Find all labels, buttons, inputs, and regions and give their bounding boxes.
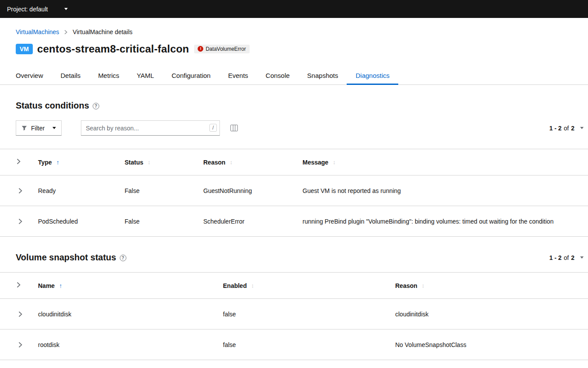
volume-snapshot-heading: Volume snapshot status ? — [16, 252, 126, 263]
vm-kind-badge: VM — [16, 44, 33, 54]
cell-enabled: false — [216, 299, 388, 329]
sort-both-icon: ↕ — [251, 282, 254, 289]
columns-icon — [230, 125, 238, 131]
cell-name: rootdisk — [31, 329, 216, 360]
chevron-right-icon — [18, 218, 22, 224]
tab-yaml[interactable]: YAML — [128, 67, 163, 84]
tab-metrics[interactable]: Metrics — [89, 67, 128, 84]
filter-label: Filter — [31, 125, 45, 132]
expand-all-header[interactable] — [0, 273, 31, 299]
pagination-total: 2 — [571, 254, 574, 261]
caret-down-icon — [580, 256, 584, 259]
breadcrumb-current-item: VirtualMachine details — [73, 28, 132, 35]
column-header-reason[interactable]: Reason↕ — [388, 273, 588, 299]
column-header-reason-label: Reason — [203, 159, 226, 166]
page-title: centos-stream8-critical-falcon — [37, 43, 189, 55]
exclamation-circle-icon: ! — [198, 46, 203, 52]
tab-diagnostics[interactable]: Diagnostics — [347, 67, 398, 84]
status-badge[interactable]: ! DataVolumeError — [194, 45, 249, 53]
page-header: VirtualMachines VirtualMachine details V… — [0, 18, 588, 56]
status-conditions-heading-text: Status conditions — [16, 101, 89, 111]
filter-dropdown[interactable]: Filter — [16, 120, 62, 136]
table-row: PodScheduled False SchedulerError runnin… — [0, 206, 588, 237]
search-input[interactable] — [81, 120, 220, 136]
pagination-of-label: of — [564, 125, 569, 132]
column-header-enabled[interactable]: Enabled↕ — [216, 273, 388, 299]
tab-events[interactable]: Events — [219, 67, 257, 84]
table-row: Ready False GuestNotRunning Guest VM is … — [0, 175, 588, 206]
caret-down-icon — [580, 127, 584, 129]
caret-down-icon — [52, 127, 56, 129]
cell-enabled: false — [216, 329, 388, 360]
project-selector-label: Project: default — [7, 6, 48, 13]
status-conditions-toolbar: Filter / 1 - 2 of 2 — [0, 120, 588, 136]
chevron-right-icon — [17, 282, 21, 288]
tab-bar: Overview Details Metrics YAML Configurat… — [0, 67, 588, 85]
cell-reason: No VolumeSnapshotClass — [388, 329, 588, 360]
column-header-type-label: Type — [38, 159, 52, 166]
volume-snapshot-heading-text: Volume snapshot status — [16, 252, 116, 263]
pagination-of-label: of — [564, 254, 569, 261]
breadcrumb-separator-icon — [64, 30, 67, 35]
column-header-message-label: Message — [303, 159, 328, 166]
sort-both-icon: ↕ — [422, 282, 425, 289]
table-header-row: Name↑ Enabled↕ Reason↕ — [0, 273, 588, 299]
cell-name: cloudinitdisk — [31, 299, 216, 329]
volume-snapshot-section: Volume snapshot status ? 1 - 2 of 2 Name… — [0, 252, 588, 360]
tab-console[interactable]: Console — [257, 67, 299, 84]
table-row: cloudinitdisk false cloudinitdisk — [0, 299, 588, 329]
column-header-status[interactable]: Status↕ — [118, 149, 196, 175]
column-header-status-label: Status — [125, 159, 143, 166]
volume-snapshot-table: Name↑ Enabled↕ Reason↕ — [0, 272, 588, 360]
column-header-reason-label: Reason — [395, 282, 418, 289]
pagination-toggle[interactable]: 1 - 2 of 2 — [550, 254, 585, 261]
cell-reason: cloudinitdisk — [388, 299, 588, 329]
table-row: rootdisk false No VolumeSnapshotClass — [0, 329, 588, 360]
pagination-range: 1 - 2 — [550, 125, 562, 132]
status-conditions-section: Status conditions ? Filter / 1 - 2 — [0, 101, 588, 237]
column-management-button[interactable] — [230, 125, 238, 131]
sort-both-icon: ↕ — [230, 159, 233, 165]
expand-all-header[interactable] — [0, 149, 31, 175]
status-conditions-heading: Status conditions ? — [16, 101, 588, 111]
tab-snapshots[interactable]: Snapshots — [299, 67, 347, 84]
help-icon[interactable]: ? — [120, 255, 126, 261]
tab-configuration[interactable]: Configuration — [163, 67, 219, 84]
table-header-row: Type↑ Status↕ Reason↕ Message↕ — [0, 149, 588, 175]
cell-reason: SchedulerError — [196, 206, 296, 237]
expand-row-button[interactable] — [17, 340, 24, 350]
caret-down-icon — [64, 8, 68, 10]
keyboard-shortcut-hint: / — [209, 124, 217, 132]
column-header-type[interactable]: Type↑ — [31, 149, 118, 175]
column-header-name-label: Name — [38, 282, 55, 289]
cell-status: False — [118, 175, 196, 206]
status-conditions-table: Type↑ Status↕ Reason↕ Message↕ — [0, 149, 588, 237]
column-header-reason[interactable]: Reason↕ — [196, 149, 296, 175]
project-selector[interactable]: Project: default — [7, 6, 68, 13]
tab-overview[interactable]: Overview — [7, 67, 52, 84]
cell-message: running PreBind plugin "VolumeBinding": … — [296, 206, 588, 237]
sort-both-icon: ↕ — [148, 159, 151, 165]
cell-reason: GuestNotRunning — [196, 175, 296, 206]
cell-type: PodScheduled — [31, 206, 118, 237]
tab-details[interactable]: Details — [52, 67, 90, 84]
breadcrumb-link-virtualmachines[interactable]: VirtualMachines — [16, 28, 59, 35]
chevron-right-icon — [18, 311, 22, 317]
volume-snapshot-heading-row: Volume snapshot status ? 1 - 2 of 2 — [0, 252, 588, 263]
chevron-right-icon — [17, 158, 21, 165]
expand-row-button[interactable] — [17, 186, 24, 196]
cell-status: False — [118, 206, 196, 237]
filter-icon — [21, 125, 27, 131]
help-icon[interactable]: ? — [93, 103, 99, 109]
expand-row-button[interactable] — [17, 217, 24, 226]
search-box: / — [81, 120, 220, 136]
column-header-name[interactable]: Name↑ — [31, 273, 216, 299]
sort-both-icon: ↕ — [333, 159, 336, 165]
expand-row-button[interactable] — [17, 309, 24, 319]
masthead: Project: default — [0, 0, 588, 18]
status-badge-label: DataVolumeError — [205, 46, 246, 52]
chevron-right-icon — [18, 188, 22, 194]
pagination-toggle[interactable]: 1 - 2 of 2 — [550, 125, 585, 132]
column-header-message[interactable]: Message↕ — [296, 149, 588, 175]
chevron-right-icon — [18, 342, 22, 348]
